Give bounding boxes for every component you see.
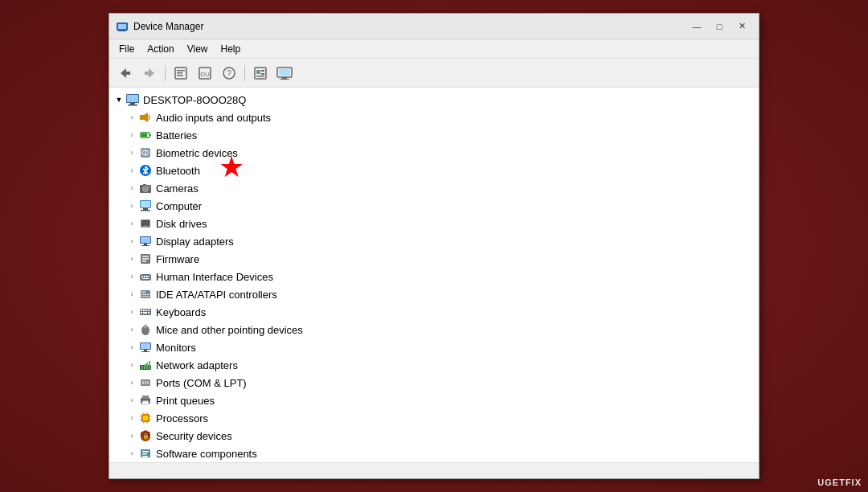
device-label: Human Interface Devices <box>156 271 273 283</box>
maximize-button[interactable]: □ <box>709 18 730 35</box>
tree-item-monitors[interactable]: › Monitors <box>125 338 759 356</box>
menu-file[interactable]: File <box>113 42 141 56</box>
expand-arrow: › <box>125 217 138 230</box>
tree-item-cameras[interactable]: › Cameras <box>125 179 759 197</box>
tree-item-disk-drives[interactable]: › Disk drives <box>125 215 759 232</box>
tree-item-mice-and-other-pointing-devices[interactable]: › Mice and other pointing devices <box>125 321 759 338</box>
device-icon <box>138 234 153 248</box>
device-label: Security devices <box>156 430 232 442</box>
window-icon <box>116 20 129 33</box>
svg-marker-4 <box>121 68 130 78</box>
device-label: Network adapters <box>156 359 238 371</box>
tree-item-batteries[interactable]: › Batteries <box>125 126 759 144</box>
svg-rect-59 <box>146 276 148 277</box>
device-label: Processors <box>156 412 208 424</box>
svg-rect-78 <box>141 343 150 349</box>
properties-button[interactable] <box>170 63 192 84</box>
svg-rect-70 <box>148 310 149 311</box>
device-icon <box>138 128 153 142</box>
device-label: Monitors <box>156 342 196 354</box>
tree-item-keyboards[interactable]: › Keyboards <box>125 303 759 321</box>
device-icon <box>138 358 153 372</box>
minimize-button[interactable]: — <box>686 18 707 35</box>
device-view-button[interactable] <box>273 63 296 84</box>
tree-item-biometric-devices[interactable]: › Biometric devices <box>125 144 759 162</box>
tree-item-human-interface-devices[interactable]: › Human Interface Devices <box>125 268 759 285</box>
svg-rect-46 <box>141 220 149 226</box>
scan-button[interactable] <box>249 63 272 84</box>
svg-rect-63 <box>141 291 145 293</box>
svg-rect-85 <box>149 361 150 369</box>
svg-rect-17 <box>261 73 264 75</box>
device-icon <box>138 322 153 337</box>
tree-item-network-adapters[interactable]: › Network adapters <box>125 356 759 374</box>
svg-rect-16 <box>261 70 264 72</box>
close-button[interactable]: ✕ <box>731 18 752 35</box>
back-button[interactable] <box>114 63 137 84</box>
svg-rect-9 <box>177 75 183 76</box>
tree-item-ide-ataatapi-controllers[interactable]: › IDE ATA/ATAPI controllers <box>125 285 759 303</box>
window-title: Device Manager <box>133 21 686 32</box>
svg-rect-83 <box>144 364 145 369</box>
svg-rect-91 <box>142 396 149 399</box>
tree-item-firmware[interactable]: › Firmware <box>125 250 759 268</box>
forward-button[interactable] <box>138 63 161 84</box>
device-icon <box>138 393 153 408</box>
svg-rect-54 <box>142 258 149 260</box>
tree-item-ports-com--lpt[interactable]: › Ports (COM & LPT) <box>125 374 759 392</box>
tree-item-print-queues[interactable]: › Print queues <box>125 392 759 409</box>
svg-rect-55 <box>142 260 146 262</box>
tree-item-audio-inputs-and-outputs[interactable]: › Audio inputs and outputs <box>125 109 759 126</box>
svg-rect-3 <box>118 31 126 31</box>
menu-action[interactable]: Action <box>141 42 180 56</box>
device-tree[interactable]: ▼ DESKTOP-8OOO28Q › Audio inputs and out… <box>109 88 759 462</box>
tree-item-computer[interactable]: › Computer <box>125 197 759 215</box>
root-expand-arrow: ▼ <box>113 93 125 106</box>
tree-item-security-devices[interactable]: › 🔒 Security devices <box>125 427 759 445</box>
svg-rect-84 <box>146 363 148 369</box>
expand-arrow: › <box>125 341 138 354</box>
expand-arrow: › <box>125 164 138 177</box>
tree-item-bluetooth[interactable]: › Bluetooth <box>125 162 759 179</box>
svg-rect-51 <box>141 245 149 246</box>
device-label: Bluetooth <box>156 165 200 177</box>
device-label: Audio inputs and outputs <box>156 112 271 124</box>
svg-rect-22 <box>280 79 289 80</box>
device-label: Mice and other pointing devices <box>156 324 303 336</box>
device-label: Computer <box>156 200 202 212</box>
watermark: UGETFIX <box>817 478 862 487</box>
expand-arrow: › <box>125 447 138 460</box>
svg-rect-24 <box>127 95 138 102</box>
menu-view[interactable]: View <box>181 42 215 56</box>
device-manager-window: Device Manager — □ ✕ File Action View He… <box>108 13 760 479</box>
device-label: Biometric devices <box>156 147 238 159</box>
svg-rect-61 <box>142 278 149 279</box>
tree-item-software-components[interactable]: › Software components <box>125 445 759 462</box>
tree-root-item[interactable]: ▼ DESKTOP-8OOO28Q <box>109 91 759 109</box>
device-label: Batteries <box>156 129 197 141</box>
device-icon <box>138 216 153 231</box>
svg-rect-92 <box>142 401 149 404</box>
svg-marker-28 <box>144 113 148 122</box>
window-controls: — □ ✕ <box>686 18 752 35</box>
help-button[interactable]: ? <box>218 63 240 84</box>
tree-item-display-adapters[interactable]: › Display adapters <box>125 232 759 250</box>
expand-arrow: › <box>125 111 138 124</box>
svg-rect-64 <box>141 294 149 295</box>
device-icon <box>138 375 153 390</box>
svg-rect-53 <box>142 256 149 257</box>
svg-text:?: ? <box>227 69 231 78</box>
svg-rect-1 <box>118 24 126 29</box>
menu-help[interactable]: Help <box>215 42 248 56</box>
svg-rect-69 <box>145 310 147 311</box>
device-label: Disk drives <box>156 218 207 230</box>
svg-rect-31 <box>141 133 147 137</box>
update-driver-button[interactable]: DU <box>194 63 216 84</box>
tree-item-processors[interactable]: › Processors <box>125 409 759 427</box>
svg-rect-106 <box>142 451 149 453</box>
svg-rect-43 <box>143 208 148 210</box>
expand-arrow: › <box>125 199 138 212</box>
device-label: Ports (COM & LPT) <box>156 377 247 389</box>
device-icon <box>138 305 153 319</box>
svg-text:DU: DU <box>200 71 210 78</box>
